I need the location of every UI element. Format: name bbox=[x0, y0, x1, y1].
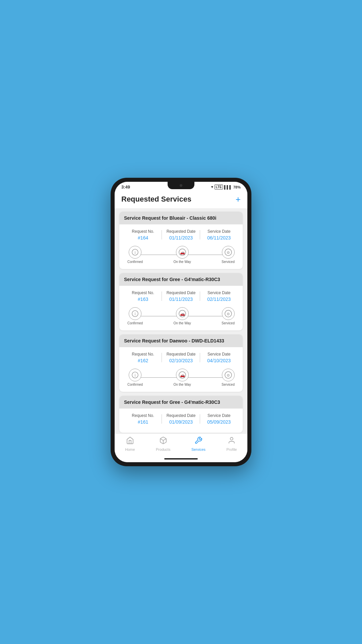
serviced-icon-1: ⚙ bbox=[222, 246, 235, 259]
onway-label-3: On the Way bbox=[173, 383, 191, 386]
service-date-value-4: 05/09/2023 bbox=[200, 419, 238, 425]
nav-products[interactable]: Products bbox=[156, 436, 170, 451]
wifi-icon: ▾ bbox=[211, 185, 213, 189]
service-date-label-4: Service Date bbox=[200, 413, 238, 418]
confirmed-icon-3: i bbox=[129, 369, 141, 381]
bottom-nav: Home Products Services Profile bbox=[115, 433, 247, 455]
confirmed-label-3: Confirmed bbox=[127, 383, 143, 386]
requested-date-value-4: 01/09/2023 bbox=[162, 419, 200, 425]
service-date-label-1: Service Date bbox=[200, 229, 238, 234]
step-serviced-2: ⚙ Serviced bbox=[222, 307, 235, 325]
card-body-1: Request No. #164 Requested Date 01/11/20… bbox=[119, 224, 243, 269]
serviced-label-2: Serviced bbox=[222, 321, 235, 325]
home-icon bbox=[126, 436, 134, 446]
products-label: Products bbox=[156, 447, 170, 451]
services-label: Services bbox=[191, 447, 205, 451]
requested-date-label-1: Requested Date bbox=[162, 229, 200, 234]
svg-text:🚗: 🚗 bbox=[180, 311, 185, 316]
request-no-label-4: Request No. bbox=[124, 413, 162, 418]
service-date-col-1: Service Date 06/11/2023 bbox=[200, 229, 238, 240]
request-no-col-3: Request No. #162 bbox=[124, 352, 162, 363]
request-no-value-3: #162 bbox=[124, 358, 162, 363]
service-date-label-3: Service Date bbox=[200, 352, 238, 357]
battery-text: 78% bbox=[233, 185, 241, 189]
service-date-col-2: Service Date 02/11/2023 bbox=[200, 290, 238, 302]
card-body-3: Request No. #162 Requested Date 02/10/20… bbox=[119, 347, 243, 392]
card-title-2: Service Request for Gree - G4'matic-R30C… bbox=[124, 277, 220, 282]
card-body-2: Request No. #163 Requested Date 01/11/20… bbox=[119, 286, 243, 330]
requested-date-value-3: 02/10/2023 bbox=[162, 358, 200, 363]
screen-content: Service Request for Blueair - Classic 68… bbox=[115, 208, 247, 433]
requested-date-label-3: Requested Date bbox=[162, 352, 200, 357]
phone-frame: 3:49 ▾ LTE ▌▌▌ 78% Requested Services + … bbox=[111, 178, 251, 466]
svg-text:🚗: 🚗 bbox=[180, 250, 185, 255]
requested-date-label-2: Requested Date bbox=[162, 290, 200, 295]
confirmed-icon-2: i bbox=[129, 307, 141, 320]
onway-icon-3: 🚗 bbox=[176, 369, 189, 381]
requested-date-col-4: Requested Date 01/09/2023 bbox=[162, 413, 200, 425]
nav-home[interactable]: Home bbox=[125, 436, 135, 451]
profile-label: Profile bbox=[227, 447, 237, 451]
service-date-label-2: Service Date bbox=[200, 290, 238, 295]
request-no-label-3: Request No. bbox=[124, 352, 162, 357]
service-card-2[interactable]: Service Request for Gree - G4'matic-R30C… bbox=[119, 273, 243, 330]
svg-text:i: i bbox=[135, 312, 136, 316]
serviced-icon-3: ⚙ bbox=[222, 369, 235, 381]
onway-label-2: On the Way bbox=[173, 321, 191, 325]
products-icon bbox=[159, 436, 167, 446]
requested-date-col-3: Requested Date 02/10/2023 bbox=[162, 352, 200, 363]
phone-notch bbox=[168, 182, 194, 189]
card-dates-3: Request No. #162 Requested Date 02/10/20… bbox=[124, 352, 238, 363]
card-dates-4: Request No. #161 Requested Date 01/09/20… bbox=[124, 413, 238, 425]
requested-date-value-2: 01/11/2023 bbox=[162, 297, 200, 302]
status-track-2: i Confirmed 🚗 On the Way bbox=[124, 307, 238, 325]
service-card-1[interactable]: Service Request for Blueair - Classic 68… bbox=[119, 212, 243, 269]
service-date-value-2: 02/11/2023 bbox=[200, 297, 238, 302]
top-bar: Requested Services + bbox=[115, 191, 247, 208]
home-label: Home bbox=[125, 447, 135, 451]
signal-icon: ▌▌▌ bbox=[224, 185, 232, 189]
nav-services[interactable]: Services bbox=[191, 436, 205, 451]
status-track-3: i Confirmed 🚗 On the Way bbox=[124, 369, 238, 386]
service-date-value-1: 06/11/2023 bbox=[200, 235, 238, 240]
card-header-2: Service Request for Gree - G4'matic-R30C… bbox=[119, 273, 243, 286]
camera bbox=[180, 184, 182, 187]
step-onway-1: 🚗 On the Way bbox=[173, 246, 191, 264]
step-confirmed-1: i Confirmed bbox=[127, 246, 143, 264]
request-no-col-1: Request No. #164 bbox=[124, 229, 162, 240]
step-confirmed-3: i Confirmed bbox=[127, 369, 143, 386]
svg-text:⚙: ⚙ bbox=[227, 373, 230, 377]
card-title-1: Service Request for Blueair - Classic 68… bbox=[124, 215, 216, 221]
svg-point-19 bbox=[230, 437, 233, 440]
requested-date-col-1: Requested Date 01/11/2023 bbox=[162, 229, 200, 240]
service-card-3[interactable]: Service Request for Daewoo - DWD-ELD1433… bbox=[119, 334, 243, 392]
onway-label-1: On the Way bbox=[173, 260, 191, 264]
request-no-value-4: #161 bbox=[124, 419, 162, 425]
add-button[interactable]: + bbox=[236, 195, 241, 204]
request-no-value-1: #164 bbox=[124, 235, 162, 240]
lte-icon: LTE bbox=[215, 184, 223, 190]
svg-text:🚗: 🚗 bbox=[180, 373, 185, 378]
requested-date-label-4: Requested Date bbox=[162, 413, 200, 418]
nav-profile[interactable]: Profile bbox=[227, 436, 237, 451]
svg-text:i: i bbox=[135, 373, 136, 378]
request-no-value-2: #163 bbox=[124, 297, 162, 302]
card-header-1: Service Request for Blueair - Classic 68… bbox=[119, 212, 243, 224]
card-dates-2: Request No. #163 Requested Date 01/11/20… bbox=[124, 290, 238, 302]
confirmed-label-2: Confirmed bbox=[127, 321, 143, 325]
step-onway-3: 🚗 On the Way bbox=[173, 369, 191, 386]
step-serviced-3: ⚙ Serviced bbox=[222, 369, 235, 386]
service-date-col-3: Service Date 04/10/2023 bbox=[200, 352, 238, 363]
confirmed-icon-1: i bbox=[129, 246, 141, 259]
serviced-label-1: Serviced bbox=[222, 260, 235, 264]
status-icons: ▾ LTE ▌▌▌ 78% bbox=[211, 184, 241, 190]
svg-text:⚙: ⚙ bbox=[227, 251, 230, 255]
step-serviced-1: ⚙ Serviced bbox=[222, 246, 235, 264]
svg-text:i: i bbox=[135, 250, 136, 255]
service-card-4[interactable]: Service Request for Gree - G4'matic-R30C… bbox=[119, 396, 243, 433]
serviced-label-3: Serviced bbox=[222, 383, 235, 386]
request-no-label-2: Request No. bbox=[124, 290, 162, 295]
service-date-value-3: 04/10/2023 bbox=[200, 358, 238, 363]
request-no-col-2: Request No. #163 bbox=[124, 290, 162, 302]
profile-icon bbox=[228, 436, 236, 446]
